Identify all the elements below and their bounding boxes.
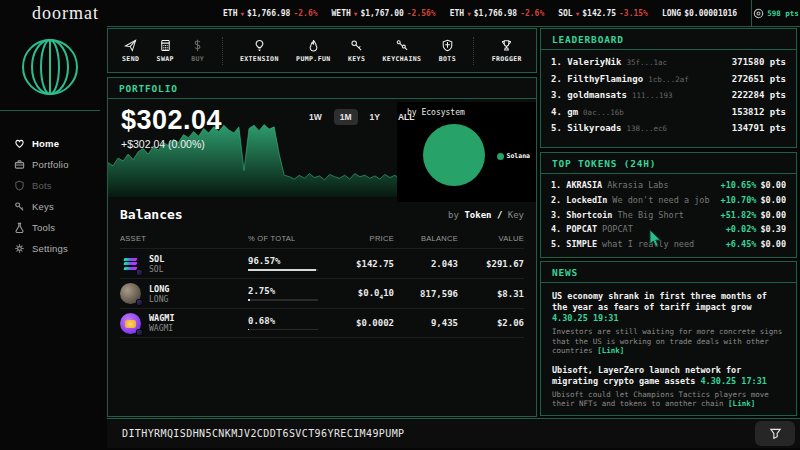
token-row[interactable]: 3. ShortcoinThe Big Short+51.82%$0.00 — [551, 210, 786, 225]
globe-logo[interactable] — [0, 26, 100, 111]
balances-table-header: ASSET % OF TOTAL PRICE BALANCE VALUE — [120, 228, 524, 248]
news-header: NEWS — [541, 262, 796, 283]
dollar-icon — [191, 39, 204, 52]
ticker-change: -3.15% — [619, 9, 648, 18]
swap-button[interactable]: SWAP — [157, 39, 174, 63]
bottom-bar — [107, 418, 800, 448]
send-button[interactable]: SEND — [122, 39, 139, 63]
pct-value: 0.68% — [248, 316, 275, 326]
sidebar-item-tools[interactable]: Tools — [14, 217, 100, 238]
topbar-divider — [107, 26, 800, 27]
sol-token-icon — [120, 253, 141, 274]
token-row[interactable]: 5. SIMPLEwhat I really need+6.45%$0.00 — [551, 239, 786, 254]
leaderboard-row[interactable]: 1. ValeriyNik35f...1ac371580 pts — [551, 57, 786, 74]
ticker-item: ETH ▼ $1,766.98 -2.6% — [450, 9, 545, 18]
ticker-symbol: WETH — [332, 9, 351, 18]
balance-value: 9,435 — [394, 318, 458, 328]
leaderboard-row[interactable]: 3. goldmansats111...193222284 pts — [551, 90, 786, 107]
portfolio-value-block: $302.04 +$302.04 (0.00%) — [121, 105, 222, 150]
price-value: $142.75 — [326, 259, 394, 269]
pct-value: 96.57% — [248, 256, 281, 266]
keychains-button[interactable]: KEYCHAINS — [383, 39, 422, 63]
pumpfun-button[interactable]: PUMP.FUN — [296, 39, 331, 63]
price-value: $0.0002 — [326, 318, 394, 328]
right-column: LEADERBOARD 1. ValeriyNik35f...1ac371580… — [540, 28, 797, 416]
ticker-item: LONG $0.00001016 — [662, 9, 737, 18]
news-headline[interactable]: Ubisoft, LayerZero launch network for mi… — [552, 365, 785, 387]
value-amount: $291.67 — [458, 259, 524, 269]
action-label: FROGGER — [492, 55, 522, 63]
points-badge[interactable]: 598 pts — [751, 0, 800, 26]
news-item: US economy shrank in first three months … — [552, 291, 785, 356]
range-1m-button[interactable]: 1M — [334, 109, 358, 125]
buy-button[interactable]: BUY — [191, 39, 204, 63]
brand-logo[interactable]: doormat — [32, 3, 99, 24]
ticker-item: SOL ▼ $142.75 -3.15% — [558, 9, 648, 18]
points-value: 598 pts — [767, 9, 799, 18]
table-row-wagmi[interactable]: WAGMI WAGMI 0.68% $0.0002 9,435 $2.06 — [120, 308, 524, 338]
sidebar-item-bots[interactable]: Bots — [14, 175, 100, 196]
token-row[interactable]: 4. POPCATPOPCAT+0.02%$0.39 — [551, 224, 786, 239]
action-label: BUY — [191, 55, 204, 63]
keychains-icon — [395, 39, 408, 52]
leaderboard-title: LEADERBOARD — [552, 34, 624, 45]
down-arrow-icon: ▼ — [576, 10, 580, 17]
portfolio-panel: PORTFOLIO $302.04 +$302.04 (0.00%) 1W — [107, 77, 537, 417]
token-row[interactable]: 1. AKRASIAAkrasia Labs+10.65%$0.00 — [551, 180, 786, 195]
down-arrow-icon: ▼ — [467, 10, 471, 17]
balances-title: Balances — [120, 207, 183, 222]
heart-icon — [14, 138, 25, 149]
chain-badge-icon — [136, 299, 143, 306]
calculator-icon — [159, 39, 172, 52]
sidebar-item-settings[interactable]: Settings — [14, 238, 100, 259]
filter-button[interactable] — [755, 421, 795, 446]
token-key-token[interactable]: Token — [464, 210, 491, 220]
leaderboard-row[interactable]: 2. FilthyFlamingo1cb...2af272651 pts — [551, 74, 786, 91]
range-1w-button[interactable]: 1W — [303, 109, 328, 125]
portfolio-header: PORTFOLIO — [108, 78, 536, 99]
balance-value: 2.043 — [394, 259, 458, 269]
down-arrow-icon: ▼ — [240, 10, 244, 17]
news-panel: NEWS US economy shrank in first three mo… — [540, 261, 797, 416]
points-coin-icon — [753, 8, 764, 19]
gear-icon — [14, 243, 25, 254]
keys-button[interactable]: KEYS — [348, 39, 365, 63]
col-balance: BALANCE — [394, 234, 458, 243]
leaderboard-header: LEADERBOARD — [541, 29, 796, 50]
news-headline[interactable]: US economy shrank in first three months … — [552, 291, 785, 324]
range-1y-button[interactable]: 1Y — [364, 109, 386, 125]
table-row-long[interactable]: LONG LONG 2.75% $0.0410 817,596 $8.31 — [120, 278, 524, 308]
pct-bar — [248, 269, 318, 271]
legend-dot — [497, 153, 504, 160]
ticker-symbol: ETH — [223, 9, 237, 18]
news-link[interactable]: [Link] — [728, 399, 755, 408]
key-icon — [14, 201, 25, 212]
sidebar-item-home[interactable]: Home — [14, 133, 100, 154]
divider — [473, 37, 474, 65]
quick-actions-panel: SEND SWAP BUY EXTENSION PUMP.FUN KEYS — [107, 28, 537, 73]
news-summary: Ubisoft could let Champions Tactics play… — [552, 390, 785, 409]
sidebar-item-keys[interactable]: Keys — [14, 196, 100, 217]
news-date: 4.30.25 17:31 — [700, 376, 767, 386]
value-amount: $2.06 — [458, 318, 524, 328]
leaderboard-row[interactable]: 4. gm0ac...16b153812 pts — [551, 107, 786, 124]
extension-button[interactable]: EXTENSION — [240, 39, 279, 63]
address-input[interactable] — [107, 428, 727, 439]
table-row-sol[interactable]: SOL SOL 96.57% $142.75 2.043 $291.67 — [120, 248, 524, 278]
portfolio-change: +$302.04 (0.00%) — [121, 138, 222, 150]
sidebar-item-portfolio[interactable]: Portfolio — [14, 154, 100, 175]
frogger-button[interactable]: FROGGER — [492, 39, 522, 63]
leaderboard-row[interactable]: 5. Silkyroads138...ec6134791 pts — [551, 123, 786, 140]
top-bar: doormat ETH ▼ $1,766.98 -2.6% WETH ▼ $1,… — [0, 0, 800, 26]
token-key-toggle[interactable]: by Token / Key — [448, 210, 524, 220]
sidebar-item-label: Home — [32, 138, 59, 149]
wagmi-token-icon — [120, 313, 141, 334]
asset-symbol: LONG — [149, 295, 169, 304]
bots-button[interactable]: BOTS — [439, 39, 456, 63]
news-link[interactable]: [Link] — [597, 346, 624, 355]
token-key-key[interactable]: Key — [508, 210, 524, 220]
balances-header-row: Balances by Token / Key — [108, 199, 536, 224]
range-all-button[interactable]: ALL — [392, 109, 421, 125]
token-row[interactable]: 2. LockedInWe don't need a job+10.70%$0.… — [551, 195, 786, 210]
action-label: PUMP.FUN — [296, 55, 331, 63]
